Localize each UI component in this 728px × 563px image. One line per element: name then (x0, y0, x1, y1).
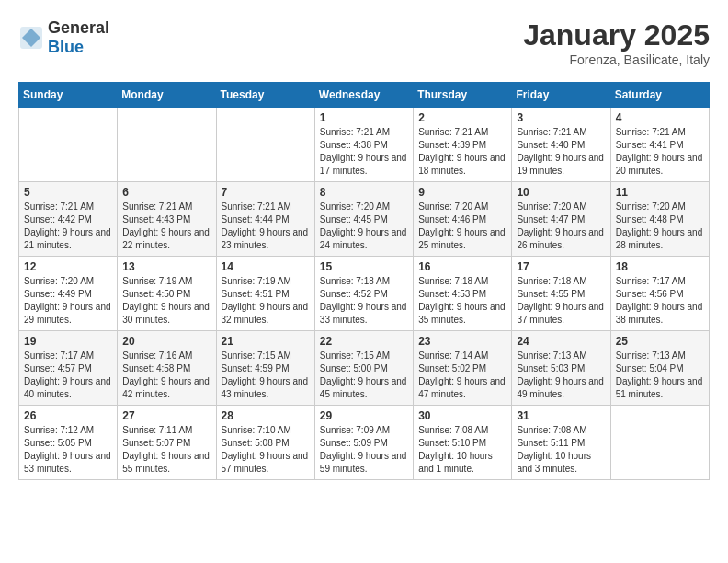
cell-content: Sunrise: 7:20 AM Sunset: 4:45 PM Dayligh… (320, 201, 408, 252)
weekday-header-friday: Friday (512, 83, 610, 108)
calendar-week-row: 19Sunrise: 7:17 AM Sunset: 4:57 PM Dayli… (19, 331, 710, 406)
calendar-cell: 8Sunrise: 7:20 AM Sunset: 4:45 PM Daylig… (314, 182, 413, 257)
day-number: 4 (616, 111, 704, 124)
calendar-week-row: 26Sunrise: 7:12 AM Sunset: 5:05 PM Dayli… (19, 406, 710, 480)
calendar-cell (19, 108, 118, 182)
cell-content: Sunrise: 7:21 AM Sunset: 4:38 PM Dayligh… (320, 126, 408, 178)
weekday-header-wednesday: Wednesday (314, 83, 413, 108)
cell-content: Sunrise: 7:18 AM Sunset: 4:52 PM Dayligh… (320, 275, 408, 327)
day-number: 10 (517, 186, 605, 199)
weekday-header-thursday: Thursday (414, 83, 512, 108)
calendar-cell: 30Sunrise: 7:08 AM Sunset: 5:10 PM Dayli… (414, 406, 512, 480)
calendar-cell: 6Sunrise: 7:21 AM Sunset: 4:43 PM Daylig… (118, 182, 216, 257)
header: General Blue January 2025 Forenza, Basil… (18, 18, 710, 67)
logo: General Blue (18, 18, 109, 57)
calendar-cell: 15Sunrise: 7:18 AM Sunset: 4:52 PM Dayli… (314, 257, 413, 331)
day-number: 15 (320, 260, 408, 273)
title-area: January 2025 Forenza, Basilicate, Italy (523, 18, 710, 67)
calendar-table: SundayMondayTuesdayWednesdayThursdayFrid… (18, 82, 710, 480)
day-number: 27 (122, 409, 210, 422)
day-number: 6 (122, 186, 210, 199)
day-number: 1 (320, 111, 408, 124)
calendar-cell (118, 108, 216, 182)
cell-content: Sunrise: 7:13 AM Sunset: 5:03 PM Dayligh… (517, 350, 605, 401)
cell-content: Sunrise: 7:19 AM Sunset: 4:51 PM Dayligh… (222, 275, 310, 327)
weekday-header-row: SundayMondayTuesdayWednesdayThursdayFrid… (19, 83, 710, 108)
cell-content: Sunrise: 7:12 AM Sunset: 5:05 PM Dayligh… (24, 424, 112, 476)
cell-content: Sunrise: 7:14 AM Sunset: 5:02 PM Dayligh… (418, 350, 506, 401)
day-number: 29 (320, 409, 408, 422)
calendar-cell: 10Sunrise: 7:20 AM Sunset: 4:47 PM Dayli… (512, 182, 610, 257)
weekday-header-sunday: Sunday (19, 83, 118, 108)
calendar-week-row: 1Sunrise: 7:21 AM Sunset: 4:38 PM Daylig… (19, 108, 710, 182)
calendar-cell: 13Sunrise: 7:19 AM Sunset: 4:50 PM Dayli… (118, 257, 216, 331)
cell-content: Sunrise: 7:18 AM Sunset: 4:55 PM Dayligh… (517, 275, 605, 327)
calendar-cell: 26Sunrise: 7:12 AM Sunset: 5:05 PM Dayli… (19, 406, 118, 480)
day-number: 30 (418, 409, 506, 422)
cell-content: Sunrise: 7:20 AM Sunset: 4:49 PM Dayligh… (24, 275, 112, 327)
cell-content: Sunrise: 7:20 AM Sunset: 4:48 PM Dayligh… (616, 201, 704, 252)
day-number: 2 (418, 111, 506, 124)
location-title: Forenza, Basilicate, Italy (523, 52, 710, 67)
day-number: 24 (517, 335, 605, 348)
day-number: 25 (616, 335, 704, 348)
cell-content: Sunrise: 7:20 AM Sunset: 4:47 PM Dayligh… (517, 201, 605, 252)
cell-content: Sunrise: 7:13 AM Sunset: 5:04 PM Dayligh… (616, 350, 704, 401)
calendar-week-row: 5Sunrise: 7:21 AM Sunset: 4:42 PM Daylig… (19, 182, 710, 257)
cell-content: Sunrise: 7:21 AM Sunset: 4:40 PM Dayligh… (517, 126, 605, 178)
logo-blue: Blue (48, 38, 84, 56)
calendar-cell (610, 406, 709, 480)
calendar-cell: 7Sunrise: 7:21 AM Sunset: 4:44 PM Daylig… (216, 182, 314, 257)
weekday-header-monday: Monday (118, 83, 216, 108)
calendar-cell: 5Sunrise: 7:21 AM Sunset: 4:42 PM Daylig… (19, 182, 118, 257)
cell-content: Sunrise: 7:09 AM Sunset: 5:09 PM Dayligh… (320, 424, 408, 476)
calendar-cell: 1Sunrise: 7:21 AM Sunset: 4:38 PM Daylig… (314, 108, 413, 182)
calendar-cell: 19Sunrise: 7:17 AM Sunset: 4:57 PM Dayli… (19, 331, 118, 406)
day-number: 20 (122, 335, 210, 348)
weekday-header-saturday: Saturday (610, 83, 709, 108)
day-number: 17 (517, 260, 605, 273)
cell-content: Sunrise: 7:15 AM Sunset: 4:59 PM Dayligh… (222, 350, 310, 401)
cell-content: Sunrise: 7:10 AM Sunset: 5:08 PM Dayligh… (222, 424, 310, 476)
day-number: 9 (418, 186, 506, 199)
calendar-week-row: 12Sunrise: 7:20 AM Sunset: 4:49 PM Dayli… (19, 257, 710, 331)
calendar-cell: 29Sunrise: 7:09 AM Sunset: 5:09 PM Dayli… (314, 406, 413, 480)
day-number: 16 (418, 260, 506, 273)
day-number: 23 (418, 335, 506, 348)
cell-content: Sunrise: 7:17 AM Sunset: 4:56 PM Dayligh… (616, 275, 704, 327)
day-number: 28 (222, 409, 310, 422)
cell-content: Sunrise: 7:21 AM Sunset: 4:41 PM Dayligh… (616, 126, 704, 178)
cell-content: Sunrise: 7:21 AM Sunset: 4:43 PM Dayligh… (122, 201, 210, 252)
day-number: 22 (320, 335, 408, 348)
weekday-header-tuesday: Tuesday (216, 83, 314, 108)
day-number: 11 (616, 186, 704, 199)
calendar-cell: 3Sunrise: 7:21 AM Sunset: 4:40 PM Daylig… (512, 108, 610, 182)
day-number: 8 (320, 186, 408, 199)
calendar-cell: 2Sunrise: 7:21 AM Sunset: 4:39 PM Daylig… (414, 108, 512, 182)
calendar-cell: 20Sunrise: 7:16 AM Sunset: 4:58 PM Dayli… (118, 331, 216, 406)
cell-content: Sunrise: 7:21 AM Sunset: 4:39 PM Dayligh… (418, 126, 506, 178)
calendar-cell: 24Sunrise: 7:13 AM Sunset: 5:03 PM Dayli… (512, 331, 610, 406)
day-number: 19 (24, 335, 112, 348)
cell-content: Sunrise: 7:08 AM Sunset: 5:10 PM Dayligh… (418, 424, 506, 476)
day-number: 12 (24, 260, 112, 273)
cell-content: Sunrise: 7:11 AM Sunset: 5:07 PM Dayligh… (122, 424, 210, 476)
day-number: 5 (24, 186, 112, 199)
calendar-cell: 14Sunrise: 7:19 AM Sunset: 4:51 PM Dayli… (216, 257, 314, 331)
logo-general: General (48, 18, 109, 37)
calendar-cell: 27Sunrise: 7:11 AM Sunset: 5:07 PM Dayli… (118, 406, 216, 480)
calendar-cell: 28Sunrise: 7:10 AM Sunset: 5:08 PM Dayli… (216, 406, 314, 480)
calendar-cell: 4Sunrise: 7:21 AM Sunset: 4:41 PM Daylig… (610, 108, 709, 182)
calendar-cell: 22Sunrise: 7:15 AM Sunset: 5:00 PM Dayli… (314, 331, 413, 406)
cell-content: Sunrise: 7:15 AM Sunset: 5:00 PM Dayligh… (320, 350, 408, 401)
day-number: 7 (222, 186, 310, 199)
calendar-cell: 23Sunrise: 7:14 AM Sunset: 5:02 PM Dayli… (414, 331, 512, 406)
day-number: 26 (24, 409, 112, 422)
calendar-cell: 21Sunrise: 7:15 AM Sunset: 4:59 PM Dayli… (216, 331, 314, 406)
cell-content: Sunrise: 7:19 AM Sunset: 4:50 PM Dayligh… (122, 275, 210, 327)
cell-content: Sunrise: 7:17 AM Sunset: 4:57 PM Dayligh… (24, 350, 112, 401)
day-number: 3 (517, 111, 605, 124)
cell-content: Sunrise: 7:21 AM Sunset: 4:42 PM Dayligh… (24, 201, 112, 252)
month-title: January 2025 (523, 18, 710, 52)
calendar-cell: 16Sunrise: 7:18 AM Sunset: 4:53 PM Dayli… (414, 257, 512, 331)
